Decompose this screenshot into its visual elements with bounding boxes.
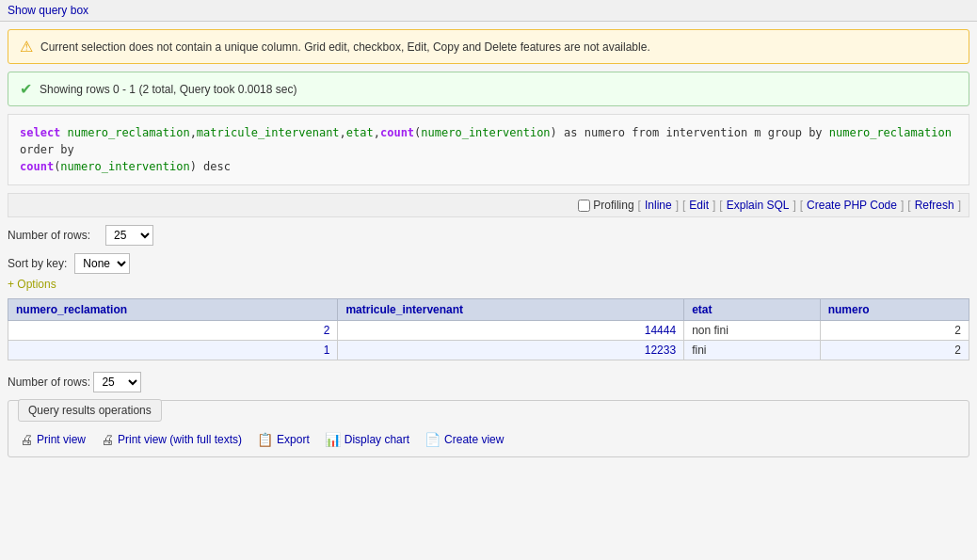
query-box: select numero_reclamation,matricule_inte… (8, 114, 969, 185)
cell-numero: 2 (820, 321, 969, 341)
export-icon: 📋 (257, 432, 273, 447)
print-full-link[interactable]: 🖨 Print view (with full texts) (101, 432, 242, 447)
edit-link[interactable]: Edit (689, 199, 709, 212)
cell-etat: fini (684, 341, 821, 360)
bottom-rows-control: Number of rows: 25 50 100 (8, 372, 969, 392)
display-chart-link[interactable]: 📊 Display chart (325, 432, 409, 447)
col-header-etat: etat (684, 299, 821, 321)
profiling-label: Profiling (593, 199, 633, 212)
cell-numero-reclamation: 2 (8, 321, 338, 341)
results-operations-content: 🖨 Print view 🖨 Print view (with full tex… (8, 423, 969, 456)
sort-row: Sort by key: None (8, 253, 969, 274)
top-rows-label: Number of rows: (8, 229, 90, 242)
cell-numero: 2 (820, 341, 969, 360)
create-php-link[interactable]: Create PHP Code (807, 199, 897, 212)
query-select-kw: select (20, 126, 68, 139)
options-link[interactable]: + Options (8, 278, 56, 291)
col-header-matricule-intervenant: matricule_intervenant (338, 299, 684, 321)
bottom-rows-select[interactable]: 25 50 100 (93, 372, 141, 392)
results-operations-box: Query results operations 🖨 Print view 🖨 … (8, 400, 969, 457)
sort-label: Sort by key: (8, 257, 67, 270)
warning-icon: ⚠ (20, 38, 33, 56)
profiling-checkbox[interactable] (578, 200, 590, 212)
view-icon: 📄 (424, 432, 440, 447)
query-toolbar: Profiling [ Inline ] [ Edit ] [ Explain … (8, 193, 969, 217)
table-row: 214444non fini2 (8, 321, 969, 341)
table-header-row: numero_reclamation matricule_intervenant… (8, 299, 969, 321)
show-query-box-link[interactable]: Show query box (8, 4, 88, 17)
cell-matricule-intervenant: 14444 (338, 321, 684, 341)
warning-alert: ⚠ Current selection does not contain a u… (8, 29, 969, 64)
bottom-rows-label: Number of rows: (8, 376, 93, 389)
top-rows-control: Number of rows: 25 50 100 (8, 225, 969, 246)
create-view-link[interactable]: 📄 Create view (424, 432, 504, 447)
cell-numero-reclamation: 1 (8, 341, 338, 360)
cell-etat: non fini (684, 321, 821, 341)
chart-icon: 📊 (325, 432, 341, 447)
top-bar: Show query box (0, 0, 977, 22)
success-icon: ✔ (20, 80, 32, 98)
main-content: ⚠ Current selection does not contain a u… (0, 22, 977, 465)
inline-link[interactable]: Inline (645, 199, 672, 212)
col-header-numero-reclamation: numero_reclamation (8, 299, 338, 321)
table-row: 112233fini2 (8, 341, 969, 360)
success-alert: ✔ Showing rows 0 - 1 (2 total, Query too… (8, 72, 969, 106)
profiling-checkbox-label: Profiling (578, 199, 633, 212)
print-icon: 🖨 (20, 432, 33, 447)
refresh-link[interactable]: Refresh (915, 199, 954, 212)
col-header-numero: numero (820, 299, 969, 321)
success-text: Showing rows 0 - 1 (2 total, Query took … (40, 83, 296, 96)
explain-sql-link[interactable]: Explain SQL (727, 199, 790, 212)
results-operations-title: Query results operations (8, 401, 969, 423)
print-full-icon: 🖨 (101, 432, 114, 447)
print-view-link[interactable]: 🖨 Print view (20, 432, 86, 447)
cell-matricule-intervenant: 12233 (338, 341, 684, 360)
sort-select[interactable]: None (74, 253, 130, 274)
results-table: numero_reclamation matricule_intervenant… (8, 298, 969, 360)
top-rows-select[interactable]: 25 50 100 (105, 225, 153, 246)
warning-text: Current selection does not contain a uni… (40, 40, 650, 54)
export-link[interactable]: 📋 Export (257, 432, 310, 447)
